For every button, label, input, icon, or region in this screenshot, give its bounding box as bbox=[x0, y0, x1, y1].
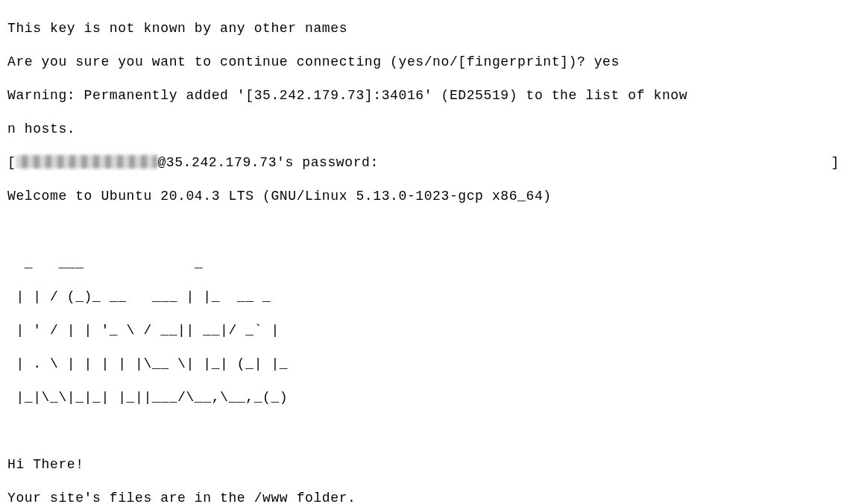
blank-line bbox=[7, 221, 840, 239]
redacted-username bbox=[16, 155, 157, 168]
ubuntu-welcome: Welcome to Ubuntu 20.04.3 LTS (GNU/Linux… bbox=[7, 188, 840, 205]
ascii-art-line-2: | ' / | | '_ \ / __|| __|/ _` | bbox=[7, 322, 840, 339]
ascii-art-line-3: | . \ | | | | |\__ \| |_| (_| |_ bbox=[7, 356, 840, 373]
ssh-added-warning-1: Warning: Permanently added '[35.242.179.… bbox=[7, 87, 840, 104]
motd-files: Your site's files are in the /www folder… bbox=[7, 490, 840, 505]
bracket-open: [ bbox=[7, 155, 16, 170]
password-prompt-line: [@35.242.179.73's password:] bbox=[7, 154, 840, 171]
ascii-art-line-1: | | / (_)_ __ ___ | |_ __ _ bbox=[7, 289, 840, 306]
ssh-added-warning-2: n hosts. bbox=[7, 121, 840, 138]
blank-line bbox=[7, 423, 840, 440]
terminal-output[interactable]: This key is not known by any other names… bbox=[0, 0, 847, 504]
ssh-continue-prompt: Are you sure you want to continue connec… bbox=[7, 54, 840, 71]
ascii-art-line-4: |_|\_\|_|_| |_||___/\__,\__,_(_) bbox=[7, 389, 840, 406]
ascii-art-line-0: _ ___ _ bbox=[7, 255, 840, 272]
motd-hi: Hi There! bbox=[7, 456, 840, 473]
password-prompt-tail: @35.242.179.73's password: bbox=[157, 155, 378, 170]
bracket-close: ] bbox=[831, 154, 840, 171]
ssh-key-unknown: This key is not known by any other names bbox=[7, 20, 840, 37]
